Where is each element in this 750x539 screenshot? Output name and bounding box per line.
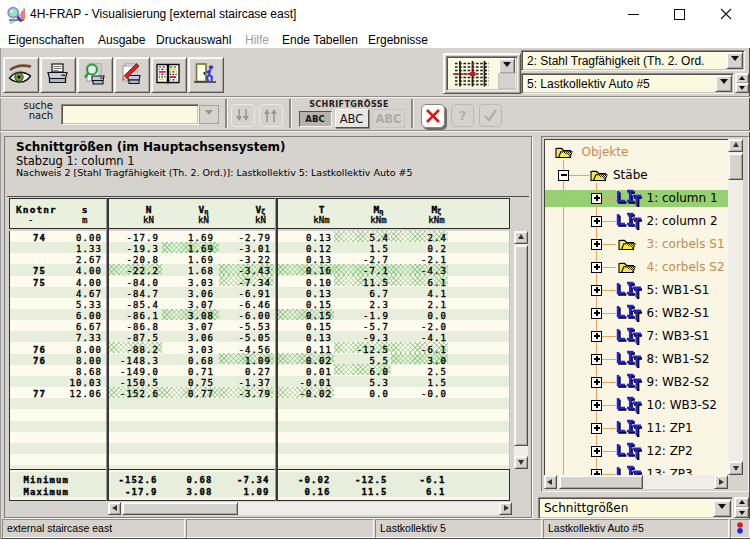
tree-expander-plus[interactable] <box>591 285 602 296</box>
table-row[interactable]: 754.00-22.21.68-3.430.16-7.1-4.3 <box>10 264 509 275</box>
table-row[interactable]: 5.33-85.43.07-6.460.152.32.1 <box>10 297 509 308</box>
member-icon[interactable] <box>615 442 642 461</box>
vscroll-thumb[interactable] <box>514 245 528 446</box>
tree-vscroll-up-button[interactable] <box>728 139 743 153</box>
tree-hscrollbar[interactable] <box>544 475 728 489</box>
hscroll-thumb[interactable] <box>122 502 238 516</box>
tree-expander-plus[interactable] <box>591 377 602 388</box>
tree-expander-minus[interactable] <box>558 170 569 181</box>
search-combo[interactable] <box>61 104 199 125</box>
tree-item-1-column-1[interactable]: 1: column 1 <box>647 191 718 205</box>
maximize-button[interactable] <box>669 0 689 28</box>
tree-vscrollbar[interactable] <box>728 139 743 475</box>
tree-vscroll-track[interactable] <box>728 152 743 461</box>
table-row[interactable]: 2.67-20.81.69-3.220.13-2.7-2.1 <box>10 253 509 264</box>
tree-item-6-wb2-s1[interactable]: 6: WB2-S1 <box>647 306 710 320</box>
table-row[interactable]: 754.00-84.03.03-7.340.1011.56.1 <box>10 275 509 286</box>
tree-item-5-wb1-s1[interactable]: 5: WB1-S1 <box>647 283 710 297</box>
tree-expander-plus[interactable] <box>591 262 602 273</box>
tree-expander-plus[interactable] <box>591 216 602 227</box>
table-row[interactable]: 768.00-148.30.681.090.025.53.0 <box>10 353 509 364</box>
table-row[interactable]: 6.00-86.13.08-6.000.15-1.90.0 <box>10 309 509 320</box>
search-input[interactable] <box>65 106 189 122</box>
tree-expander-plus[interactable] <box>591 446 602 457</box>
toolbar-button-exit[interactable] <box>188 57 224 93</box>
tree-item-9-wb2-s2[interactable]: 9: WB2-S2 <box>647 375 710 389</box>
table-hscrollbar[interactable] <box>108 502 512 516</box>
spinner-down-button[interactable] <box>735 83 749 94</box>
lastkollektiv-combo[interactable]: 5: Lastkollektiv Auto #5 <box>521 73 734 94</box>
folder-icon[interactable] <box>618 237 636 251</box>
fontsize-medium-button[interactable]: ABC <box>335 109 369 128</box>
tree-expander-plus[interactable] <box>591 308 602 319</box>
menu-item-ende-tabellen[interactable]: Ende Tabellen <box>282 33 358 47</box>
member-icon[interactable] <box>615 373 642 392</box>
tree-item-12-zp2[interactable]: 12: ZP2 <box>647 444 693 458</box>
tree-item-4-corbels-s2[interactable]: 4: corbels S2 <box>647 260 725 274</box>
table-row[interactable]: 10.03-150.50.75-1.37-0.015.31.5 <box>10 375 509 386</box>
tree-expander-plus[interactable] <box>591 331 602 342</box>
tree-item-7-wb3-s1[interactable]: 7: WB3-S1 <box>647 329 710 343</box>
toolbar-button-printer[interactable] <box>40 57 76 93</box>
table-body[interactable]: 740.00-17.91.69-2.790.135.42.41.33-19.31… <box>9 231 510 469</box>
folder-icon[interactable] <box>590 168 608 182</box>
table-row[interactable]: 1.33-19.31.69-3.010.121.50.2 <box>10 242 509 253</box>
member-icon[interactable] <box>615 281 642 300</box>
tree-expander-plus[interactable] <box>591 354 602 365</box>
menu-item-ergebnisse[interactable]: Ergebnisse <box>368 33 428 47</box>
table-row[interactable]: 8.68-149.00.710.270.016.02.5 <box>10 364 509 375</box>
tree-item-objekte[interactable]: Objekte <box>582 145 629 159</box>
menu-item-druckauswahl[interactable]: Druckauswahl <box>156 33 231 47</box>
member-icon[interactable] <box>615 396 642 415</box>
member-icon[interactable] <box>615 304 642 323</box>
member-icon[interactable] <box>615 189 642 208</box>
tree-item-11-zp1[interactable]: 11: ZP1 <box>647 421 693 435</box>
folder-icon[interactable] <box>618 260 636 274</box>
tree-hscroll-thumb[interactable] <box>559 475 643 489</box>
nachweis-combo[interactable]: 2: Stahl Tragfähigkeit (Th. 2. Ord. <box>521 50 745 71</box>
tree-expander-plus[interactable] <box>591 239 602 250</box>
toolbar-button-print-preview[interactable] <box>77 57 113 93</box>
cancel-button[interactable] <box>421 104 445 128</box>
table-row[interactable]: 768.00-88.23.03-4.560.11-12.5-6.1 <box>10 342 509 353</box>
hscroll-right-button[interactable] <box>499 502 512 516</box>
tree-vscroll-down-button[interactable] <box>728 461 743 475</box>
member-icon[interactable] <box>615 327 642 346</box>
member-icon[interactable] <box>615 350 642 369</box>
menu-item-eigenschaften[interactable]: Eigenschaften <box>8 33 84 47</box>
tree-expander-plus[interactable] <box>591 423 602 434</box>
toolbar-button-book[interactable] <box>151 57 187 93</box>
tree-item-8-wb1-s2[interactable]: 8: WB1-S2 <box>647 352 710 366</box>
folder-icon[interactable] <box>555 145 573 159</box>
toolbar-button-print-select[interactable] <box>114 57 150 93</box>
table-row[interactable]: 740.00-17.91.69-2.790.135.42.4 <box>10 231 509 242</box>
toolbar-button-eye[interactable] <box>3 57 39 93</box>
menu-item-hilfe[interactable]: Hilfe <box>245 33 269 47</box>
close-button[interactable] <box>716 0 736 28</box>
lastkollektiv-combo-dropdown-button[interactable] <box>715 75 732 92</box>
tree-item-stäbe[interactable]: Stäbe <box>613 168 648 182</box>
tree-hscroll-right-button[interactable] <box>714 475 728 489</box>
tree-expander-plus[interactable] <box>591 193 602 204</box>
table-row[interactable]: 4.67-84.73.06-6.910.136.74.1 <box>10 286 509 297</box>
member-icon[interactable] <box>615 212 642 231</box>
vscroll-up-button[interactable] <box>514 231 528 244</box>
table-vscrollbar[interactable] <box>514 231 528 469</box>
tree-expander-plus[interactable] <box>591 400 602 411</box>
nachweis-combo-dropdown-button[interactable] <box>726 52 743 69</box>
hscroll-left-button[interactable] <box>108 502 121 516</box>
menu-item-ausgabe[interactable]: Ausgabe <box>98 33 145 47</box>
fontsize-small-button[interactable]: ABC <box>299 111 332 127</box>
tree-item-10-wb3-s2[interactable]: 10: WB3-S2 <box>647 398 717 412</box>
member-icon[interactable] <box>615 419 642 438</box>
table-row[interactable]: 7.33-87.53.06-5.050.13-9.3-4.1 <box>10 331 509 342</box>
tree-item-2-column-2[interactable]: 2: column 2 <box>647 214 718 228</box>
minimize-button[interactable] <box>623 0 643 28</box>
table-row[interactable]: 6.67-86.83.07-5.530.15-5.7-2.0 <box>10 320 509 331</box>
vscroll-down-button[interactable] <box>514 456 528 469</box>
tree-item-3-corbels-s1[interactable]: 3: corbels S1 <box>647 237 725 251</box>
result-type-dropdown-button[interactable] <box>713 500 731 517</box>
table-row[interactable]: 7712.06-152.60.77-3.79-0.020.0-0.0 <box>10 387 509 398</box>
tree-hscroll-left-button[interactable] <box>544 475 558 489</box>
result-type-combo[interactable]: Schnittgrößen <box>538 497 733 519</box>
